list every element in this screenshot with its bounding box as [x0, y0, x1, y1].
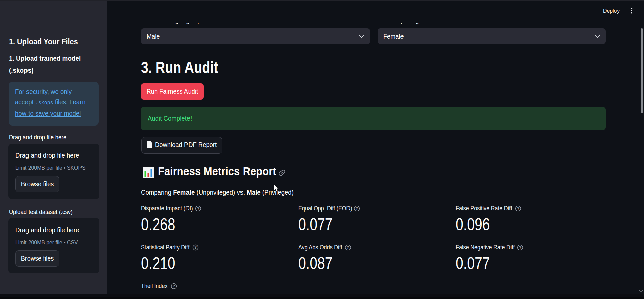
- svg-text:?: ?: [356, 206, 358, 210]
- svg-text:?: ?: [519, 245, 521, 249]
- svg-text:?: ?: [197, 206, 199, 210]
- svg-text:?: ?: [347, 245, 349, 249]
- svg-text:?: ?: [194, 245, 197, 249]
- svg-text:?: ?: [517, 206, 519, 210]
- svg-text:?: ?: [173, 284, 175, 288]
